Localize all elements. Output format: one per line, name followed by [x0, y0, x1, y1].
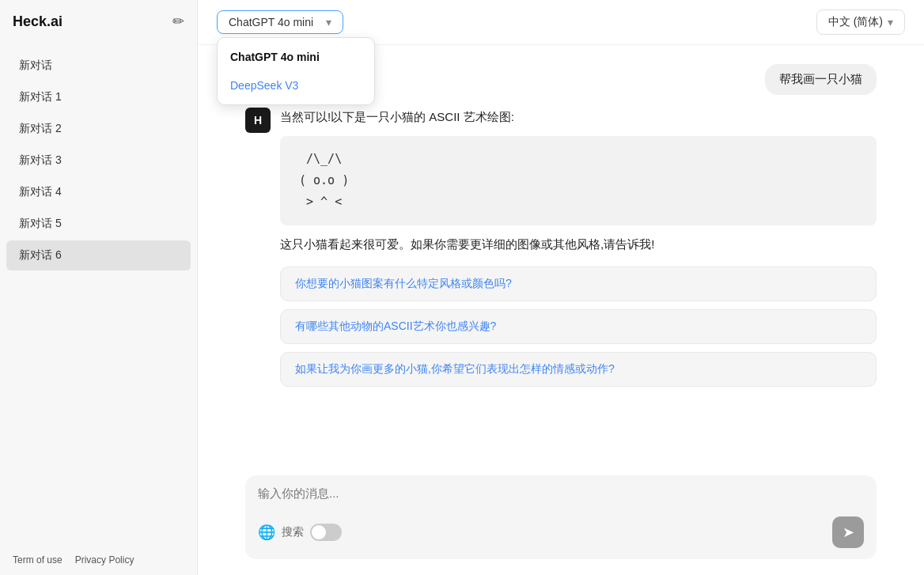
model-selector-current: ChatGPT 4o mini: [229, 16, 313, 28]
model-chevron-icon: ▾: [326, 16, 331, 28]
sidebar-item-1[interactable]: 新对话 1: [6, 82, 191, 112]
model-selector-wrapper: ChatGPT 4o mini ▾ ChatGPT 4o mini DeepSe…: [217, 10, 343, 34]
suggestion-pill-0[interactable]: 你想要的小猫图案有什么特定风格或颜色吗?: [280, 267, 877, 301]
term-of-use-link[interactable]: Term of use: [13, 554, 62, 566]
main-content: ChatGPT 4o mini ▾ ChatGPT 4o mini DeepSe…: [198, 0, 924, 575]
sidebar-item-6[interactable]: 新对话 6: [6, 240, 191, 270]
language-chevron-icon: ▾: [888, 16, 893, 28]
suggestion-pills: 你想要的小猫图案有什么特定风格或颜色吗?有哪些其他动物的ASCII艺术你也感兴趣…: [280, 267, 877, 387]
language-current: 中文 (简体): [828, 15, 883, 29]
suggestion-pill-2[interactable]: 如果让我为你画更多的小猫,你希望它们表现出怎样的情感或动作?: [280, 352, 877, 387]
message-input[interactable]: [258, 486, 864, 505]
sidebar-item-5[interactable]: 新对话 5: [6, 209, 191, 239]
ai-response-intro: 当然可以!以下是一只小猫的 ASCII 艺术绘图:: [280, 108, 877, 127]
language-selector-button[interactable]: 中文 (简体) ▾: [816, 9, 905, 35]
sidebar-item-4[interactable]: 新对话 4: [6, 177, 191, 207]
suggestion-pill-1[interactable]: 有哪些其他动物的ASCII艺术你也感兴趣?: [280, 309, 877, 344]
input-area: 🌐 搜索 ➤: [198, 463, 924, 575]
model-dropdown: ChatGPT 4o mini DeepSeek V3: [217, 37, 375, 105]
app-logo: Heck.ai: [13, 13, 62, 30]
globe-icon: 🌐: [258, 524, 275, 541]
send-icon: ➤: [843, 524, 854, 541]
model-option-chatgpt[interactable]: ChatGPT 4o mini: [218, 43, 374, 71]
topbar: ChatGPT 4o mini ▾ ChatGPT 4o mini DeepSe…: [198, 0, 924, 45]
ai-response-outro: 这只小猫看起来很可爱。如果你需要更详细的图像或其他风格,请告诉我!: [280, 235, 877, 254]
chat-area: 帮我画一只小猫 H 当然可以!以下是一只小猫的 ASCII 艺术绘图: /\_/…: [198, 45, 924, 463]
sidebar-header: Heck.ai ✏: [0, 0, 197, 43]
sidebar: Heck.ai ✏ 新对话新对话 1新对话 2新对话 3新对话 4新对话 5新对…: [0, 0, 198, 575]
sidebar-nav: 新对话新对话 1新对话 2新对话 3新对话 4新对话 5新对话 6: [0, 43, 197, 545]
ai-message-content: 当然可以!以下是一只小猫的 ASCII 艺术绘图: /\_/\ ( o.o ) …: [280, 108, 877, 387]
user-message: 帮我画一只小猫: [765, 64, 877, 95]
privacy-policy-link[interactable]: Privacy Policy: [75, 554, 134, 566]
sidebar-item-3[interactable]: 新对话 3: [6, 146, 191, 176]
ai-avatar: H: [245, 108, 271, 133]
model-option-deepseek[interactable]: DeepSeek V3: [218, 71, 374, 100]
send-button[interactable]: ➤: [832, 516, 864, 548]
search-toggle[interactable]: [310, 524, 342, 541]
input-box: 🌐 搜索 ➤: [245, 475, 877, 559]
ascii-art-box: /\_/\ ( o.o ) > ^ <: [280, 136, 877, 225]
sidebar-item-0[interactable]: 新对话: [6, 51, 191, 81]
search-label: 搜索: [282, 525, 304, 539]
input-footer: 🌐 搜索 ➤: [258, 516, 864, 548]
model-selector-button[interactable]: ChatGPT 4o mini ▾: [217, 10, 343, 34]
ai-message-row: H 当然可以!以下是一只小猫的 ASCII 艺术绘图: /\_/\ ( o.o …: [245, 108, 877, 387]
sidebar-item-2[interactable]: 新对话 2: [6, 114, 191, 144]
input-footer-left: 🌐 搜索: [258, 524, 342, 541]
sidebar-footer: Term of use Privacy Policy: [0, 545, 197, 575]
new-chat-icon[interactable]: ✏: [172, 13, 184, 30]
